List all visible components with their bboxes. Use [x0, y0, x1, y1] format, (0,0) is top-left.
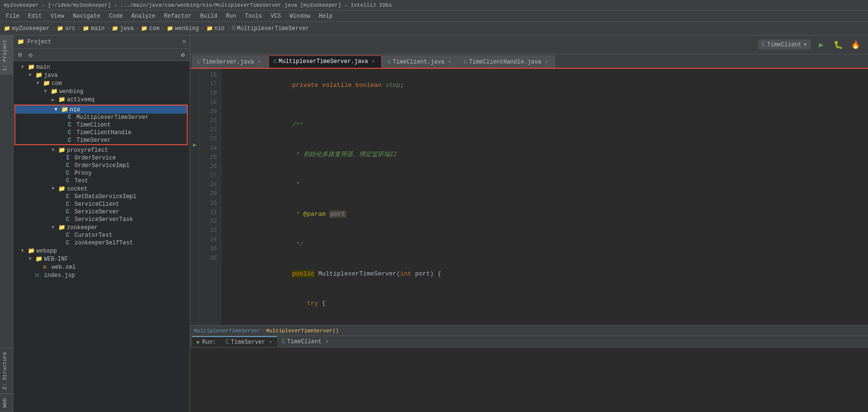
tab-close-timeserver[interactable]: ×	[256, 59, 263, 65]
collapse-all-btn[interactable]: ⊟	[15, 50, 25, 60]
project-panel: 📁 Project ⚙ ⊟ ◎ ⚙ ▼ 📁 main	[13, 35, 190, 412]
tree-item-webapp[interactable]: ▼ 📁 webapp	[13, 247, 190, 255]
class-icon-multiplexer: C	[68, 114, 76, 121]
tree-item-proxy[interactable]: C Proxy	[13, 169, 190, 177]
nav-wenbing[interactable]: 📁 wenbing	[167, 25, 199, 32]
menu-build[interactable]: Build	[196, 12, 221, 21]
sidebar-structure-tab[interactable]: Z: Structure	[0, 348, 13, 394]
tree-item-nio[interactable]: ▼ 📁 nio	[15, 106, 187, 114]
menu-run[interactable]: Run	[222, 12, 240, 21]
nav-com[interactable]: 📁 com	[141, 25, 160, 32]
nav-java[interactable]: 📁 java	[112, 25, 134, 32]
tree-item-curatortest[interactable]: C CuratorTest	[13, 232, 190, 239]
menu-edit[interactable]: Edit	[24, 12, 46, 21]
tree-item-main[interactable]: ▼ 📁 main	[13, 63, 190, 71]
tab-label-timeclient: TimeClient.java	[393, 59, 444, 65]
gutter-21	[190, 120, 199, 130]
menu-file[interactable]: File	[2, 12, 23, 21]
tree-item-proxyreflect[interactable]: ▼ 📁 proxyreflect	[13, 146, 190, 154]
tree-item-test[interactable]: C Test	[13, 177, 190, 185]
tree-item-webinf[interactable]: ▼ 📁 WEB-INF	[13, 255, 190, 263]
tree-item-serviceserver[interactable]: C ServiceServer	[13, 208, 190, 216]
breadcrumb-bar: MultiplexerTimeServer › MultiplexerTimeS…	[190, 325, 868, 336]
sidebar-project-tab[interactable]: 1: Project	[0, 35, 13, 75]
tree-item-timeclienthandle[interactable]: C TimeClientHandle	[15, 129, 187, 137]
nav-src[interactable]: 📁 src	[57, 25, 75, 32]
tab-multiplexer[interactable]: C MultiplexerTimeServer.java ×	[268, 55, 382, 68]
menu-code[interactable]: Code	[105, 12, 127, 21]
tab-close-multiplexer[interactable]: ×	[370, 58, 376, 65]
menu-analyze[interactable]: Analyze	[128, 12, 159, 21]
tree-item-webxml[interactable]: ⊞ web.xml	[13, 263, 190, 271]
nav-nio[interactable]: 📁 nio	[206, 25, 225, 32]
tree-item-orderserviceimpl[interactable]: C OrderServiceImpl	[13, 162, 190, 169]
tab-label-timeserver: TimeServer.java	[203, 59, 254, 65]
tab-close-timeclienthandle[interactable]: ×	[543, 59, 550, 65]
gutter-16	[190, 71, 199, 81]
menu-navigate[interactable]: Navigate	[69, 12, 104, 21]
folder-icon-activemq: 📁	[58, 96, 67, 103]
tree-label-proxyreflect: proxyreflect	[67, 147, 108, 154]
locate-file-btn[interactable]: ◎	[26, 50, 35, 60]
menu-vcs[interactable]: VCS	[267, 12, 285, 21]
tree-item-orderservice[interactable]: I OrderService	[13, 154, 190, 162]
tab-close-timeserver-bottom[interactable]: ×	[269, 339, 272, 345]
menu-tools[interactable]: Tools	[241, 12, 266, 21]
tree-item-com[interactable]: ▼ 📁 com	[13, 79, 190, 87]
tree-item-socket[interactable]: ▼ 📁 socket	[13, 185, 190, 193]
nav-main[interactable]: 📁 main	[83, 25, 105, 32]
tree-item-indexjsp[interactable]: ⊡ index.jsp	[13, 271, 190, 279]
code-content[interactable]: private volatile boolean stop; /** * 初始化…	[221, 69, 868, 325]
tree-label-webinf: WEB-INF	[44, 256, 68, 263]
nav-java-label: java	[120, 25, 134, 32]
bottom-tab-run[interactable]: ▶ Run:	[192, 336, 221, 347]
menu-window[interactable]: Window	[286, 12, 314, 21]
tree-item-java[interactable]: ▼ 📁 java	[13, 71, 190, 79]
class-icon-getdata: C	[66, 193, 75, 200]
folder-icon: 📁	[4, 25, 11, 32]
tree-item-getdataserviceimpl[interactable]: C GetDataServiceImpl	[13, 193, 190, 201]
settings-icon[interactable]: ⚙	[182, 38, 186, 45]
menu-help[interactable]: Help	[315, 12, 336, 21]
bottom-content	[190, 348, 868, 412]
breadcrumb-class[interactable]: MultiplexerTimeServer	[194, 328, 260, 334]
interface-icon-orderservice: I	[66, 155, 75, 161]
class-file-icon: ©	[232, 25, 236, 32]
tree-item-zookeeper[interactable]: ▼ 📁 zookeeper	[13, 223, 190, 232]
run-config-dropdown-icon[interactable]: ▾	[804, 41, 807, 48]
nav-wenbing-label: wenbing	[175, 25, 199, 32]
tab-timeserver[interactable]: C TimeServer.java ×	[192, 55, 268, 68]
gutter-28	[190, 190, 199, 200]
gutter-31	[190, 220, 199, 230]
tab-timeclient[interactable]: C TimeClient.java ×	[382, 55, 458, 68]
tab-close-timeclient-bottom[interactable]: ×	[325, 339, 329, 345]
tab-timeclienthandle[interactable]: C TimeClientHandle.java ×	[459, 55, 555, 68]
xml-icon-webxml: ⊞	[43, 264, 52, 271]
bottom-tab-timeserver[interactable]: C TimeServer ×	[221, 336, 277, 347]
tree-item-zookeeperselftest[interactable]: C zookeeperSelfTest	[13, 239, 190, 247]
tree-item-wenbing[interactable]: ▼ 📁 wenbing	[13, 87, 190, 95]
code-editor[interactable]: ▶	[190, 69, 868, 412]
nav-class[interactable]: © MultiplexerTimeServer	[232, 25, 309, 32]
breadcrumb-method[interactable]: MultiplexerTimeServer()	[266, 328, 339, 334]
bottom-tab-timeclient[interactable]: C TimeClient ×	[277, 336, 333, 347]
run-button[interactable]: ▶	[814, 38, 828, 52]
sidebar-web-tab[interactable]: Web	[0, 394, 13, 412]
tree-item-multiplexer[interactable]: C MultiplexerTimeServer	[15, 114, 187, 121]
gear-btn[interactable]: ⚙	[178, 50, 188, 60]
tree-item-serviceclient[interactable]: C ServiceClient	[13, 201, 190, 208]
line-num-28: 28	[204, 180, 217, 190]
tree-item-serviceservertask[interactable]: C ServiceServerTask	[13, 216, 190, 223]
coverage-button[interactable]: 🔥	[849, 38, 862, 52]
menu-refactor[interactable]: Refactor	[160, 12, 195, 21]
tree-item-timeclient[interactable]: C TimeClient	[15, 121, 187, 129]
tab-close-timeclient[interactable]: ×	[446, 59, 453, 65]
menu-view[interactable]: View	[47, 12, 68, 21]
tree-item-activemq[interactable]: ▶ 📁 activemq	[13, 95, 190, 104]
class-icon-zookeeperselftest: C	[66, 240, 75, 246]
nav-project[interactable]: 📁 myZookeeper	[4, 25, 50, 32]
tree-item-timeserver[interactable]: C TimeServer	[15, 137, 187, 144]
class-icon-timeclient: C	[68, 122, 76, 128]
debug-button[interactable]: 🐛	[832, 38, 845, 52]
line-num-18: 18	[204, 89, 217, 98]
